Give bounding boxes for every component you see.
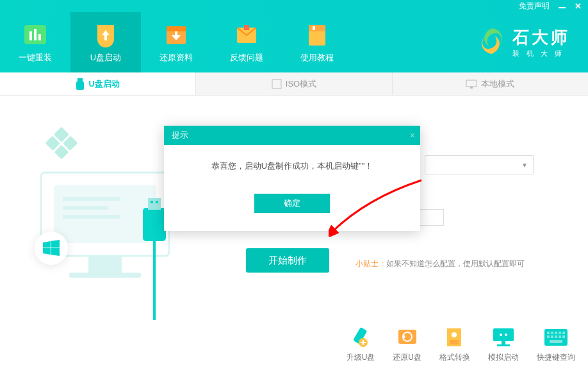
svg-rect-5 [167, 26, 186, 31]
dialog-body: 恭喜您，启动U盘制作成功，本机启动键""！ 确定 [164, 145, 420, 231]
tool-label: 还原U盘 [393, 352, 421, 363]
svg-rect-9 [309, 25, 325, 31]
tutorial-icon [304, 21, 331, 48]
tip-label: 小贴士： [355, 259, 386, 268]
dialog-message: 恭喜您，启动U盘制作成功，本机启动键""！ [211, 161, 373, 171]
tool-restore-usb[interactable]: 还原U盘 [393, 326, 421, 363]
iso-icon [272, 79, 282, 89]
svg-rect-24 [148, 198, 161, 210]
close-icon[interactable]: ✕ [575, 1, 582, 11]
tool-hotkey-query[interactable]: 快捷键查询 [537, 326, 575, 363]
svg-rect-3 [38, 34, 41, 40]
nav-label: 还原资料 [159, 52, 193, 63]
svg-rect-20 [63, 215, 120, 219]
svg-rect-46 [562, 332, 565, 334]
feedback-icon [233, 21, 260, 48]
usb-small-icon [76, 78, 85, 90]
select-dropdown[interactable]: ▼ [425, 155, 534, 174]
svg-rect-11 [78, 78, 83, 81]
svg-rect-48 [551, 335, 553, 338]
brand-logo-icon [477, 26, 507, 59]
tool-label: 模拟启动 [488, 352, 519, 363]
svg-rect-40 [497, 344, 510, 346]
nav-restore[interactable]: 还原资料 [141, 12, 211, 72]
simulate-icon [490, 326, 517, 348]
chevron-down-icon: ▼ [521, 162, 528, 169]
tool-label: 快捷键查询 [537, 352, 575, 363]
local-icon [466, 80, 477, 89]
start-button[interactable]: 开始制作 [246, 248, 329, 273]
tool-label: 格式转换 [439, 352, 470, 363]
nav-usb-boot[interactable]: U盘启动 [70, 12, 141, 72]
nav-label: U盘启动 [90, 52, 121, 63]
svg-rect-13 [272, 80, 281, 89]
success-dialog: 提示 × 恭喜您，启动U盘制作成功，本机启动键""！ 确定 [164, 126, 420, 231]
disclaimer-link[interactable]: 免责声明 [519, 1, 550, 12]
usb-boot-icon [92, 21, 119, 48]
svg-rect-44 [555, 332, 557, 334]
hotkey-icon [543, 326, 569, 348]
svg-point-37 [500, 334, 502, 336]
svg-rect-21 [88, 256, 122, 273]
tool-upgrade-usb[interactable]: 升级U盘 [347, 326, 375, 363]
bottom-toolbar: 升级U盘 还原U盘 格式转换 模拟启动 快捷键查询 [347, 326, 575, 363]
svg-rect-35 [450, 340, 459, 344]
format-icon [441, 326, 468, 348]
svg-rect-49 [555, 335, 557, 338]
tool-format-convert[interactable]: 格式转换 [439, 326, 470, 363]
svg-rect-1 [29, 31, 32, 40]
svg-rect-26 [156, 201, 158, 203]
restore-usb-icon [394, 326, 421, 348]
svg-rect-39 [502, 341, 505, 344]
svg-rect-17 [54, 185, 156, 243]
dialog-ok-button[interactable]: 确定 [254, 194, 330, 213]
brand-title: 石大师 [512, 26, 570, 49]
nav-label: 使用教程 [300, 52, 334, 63]
nav-label: 一键重装 [19, 52, 52, 63]
tab-local-mode[interactable]: 本地模式 [393, 72, 588, 95]
nav-reinstall[interactable]: 一键重装 [0, 12, 70, 72]
svg-rect-36 [493, 328, 514, 341]
svg-rect-52 [550, 340, 562, 343]
svg-rect-22 [69, 273, 141, 278]
svg-point-38 [505, 334, 507, 336]
mode-tabs: U盘启动 ISO模式 本地模式 [0, 72, 588, 96]
tip-text: 小贴士：如果不知道怎么配置，使用默认配置即可 [355, 258, 525, 269]
svg-rect-14 [466, 80, 477, 87]
svg-rect-50 [559, 335, 561, 338]
svg-rect-7 [244, 25, 249, 30]
svg-rect-12 [76, 81, 84, 90]
nav-feedback[interactable]: 反馈问题 [211, 12, 282, 72]
titlebar: 免责声明 ✕ [0, 0, 588, 12]
dialog-header: 提示 × [164, 126, 420, 145]
header-nav: 一键重装 U盘启动 还原资料 反馈问题 使用教程 石大师 装机大师 [0, 12, 588, 72]
svg-rect-43 [551, 332, 553, 334]
svg-rect-47 [547, 335, 550, 338]
svg-rect-51 [562, 335, 565, 338]
svg-rect-18 [63, 197, 120, 201]
svg-rect-27 [153, 241, 156, 320]
brand: 石大师 装机大师 [477, 12, 588, 72]
nav-label: 反馈问题 [230, 52, 263, 63]
nav-tutorial[interactable]: 使用教程 [282, 12, 352, 72]
dialog-close-icon[interactable]: × [410, 130, 415, 140]
svg-rect-2 [34, 29, 37, 40]
svg-rect-23 [143, 208, 166, 241]
tool-simulate-boot[interactable]: 模拟启动 [488, 326, 519, 363]
svg-rect-10 [313, 26, 315, 30]
svg-rect-42 [547, 332, 550, 334]
windows-badge [35, 232, 68, 265]
windows-icon [42, 239, 61, 258]
dialog-title: 提示 [172, 130, 188, 141]
upgrade-usb-icon [347, 326, 374, 348]
svg-rect-45 [559, 332, 561, 334]
tool-label: 升级U盘 [347, 352, 375, 363]
svg-point-34 [452, 332, 457, 337]
minimize-icon[interactable] [559, 7, 566, 8]
tab-usb-boot[interactable]: U盘启动 [0, 72, 196, 95]
restore-icon [163, 21, 190, 48]
svg-rect-25 [151, 201, 153, 203]
svg-rect-15 [470, 87, 473, 89]
reinstall-icon [22, 21, 49, 48]
tab-iso-mode[interactable]: ISO模式 [196, 72, 392, 95]
